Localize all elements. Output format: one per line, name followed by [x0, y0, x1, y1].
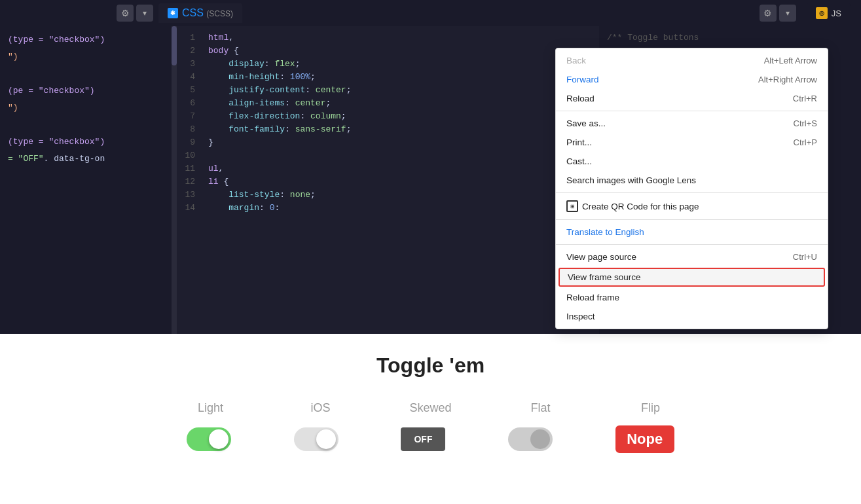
tab-controls-right: ⚙ ▾ [760, 5, 796, 22]
code-line [208, 149, 591, 162]
code-line: ") [8, 99, 169, 117]
menu-separator-1 [556, 111, 828, 111]
js-comment: /** Toggle buttons [607, 33, 699, 43]
menu-item-inspect-label: Inspect [566, 312, 595, 321]
code-line: = "OFF". data-tg-on [8, 151, 169, 168]
menu-item-view-page-source-shortcut: Ctrl+U [793, 252, 817, 262]
menu-item-create-qr[interactable]: ⊞ Create QR Code for this page [556, 196, 828, 217]
toggle-ios-knob [316, 429, 336, 449]
settings-icon-right[interactable]: ⚙ [760, 5, 777, 22]
menu-item-save-as[interactable]: Save as... Ctrl+S [556, 114, 828, 133]
toggle-label-flat: Flat [486, 401, 596, 415]
toggle-flat-knob [530, 429, 550, 449]
toggle-flip-label: Nope [627, 431, 663, 448]
code-line: align-items: center; [208, 97, 591, 110]
code-line: ") [8, 48, 169, 65]
code-content: html, body { display: flex; min-height: … [200, 26, 599, 334]
menu-item-translate[interactable]: Translate to English [556, 223, 828, 242]
code-line: html, [208, 31, 591, 45]
menu-item-reload-shortcut: Ctrl+R [793, 94, 817, 103]
menu-separator-3 [556, 219, 828, 220]
code-line: list-style: none; [208, 189, 591, 202]
code-line: (pe = "checkbox") [8, 82, 169, 99]
menu-item-back-label: Back [566, 56, 586, 65]
scrollbar-thumb[interactable] [172, 26, 177, 65]
menu-item-reload[interactable]: Reload Ctrl+R [556, 89, 828, 108]
code-editor: 12345 678910 11121314 html, body { displ… [177, 26, 599, 334]
menu-item-back[interactable]: Back Alt+Left Arrow [556, 51, 828, 70]
menu-item-print[interactable]: Print... Ctrl+P [556, 133, 828, 152]
js-tab-icon: ◎ [816, 7, 828, 19]
menu-item-search-images[interactable]: Search images with Google Lens [556, 171, 828, 190]
toggle-label-light: Light [156, 401, 266, 415]
menu-item-create-qr-label: Create QR Code for this page [582, 202, 699, 211]
toggle-flip[interactable]: Nope [615, 425, 674, 453]
code-line: justify-content: center; [208, 84, 591, 97]
menu-item-cast[interactable]: Cast... [556, 152, 828, 171]
scrollbar-track [172, 26, 177, 334]
chevron-down-icon[interactable]: ▾ [136, 5, 153, 22]
menu-separator-2 [556, 192, 828, 193]
menu-item-reload-frame-label: Reload frame [566, 293, 619, 302]
menu-separator-4 [556, 244, 828, 245]
tab-css[interactable]: ✱ CSS (SCSS) [158, 3, 242, 23]
code-line: flex-direction: column; [208, 110, 591, 123]
menu-item-forward[interactable]: Forward Alt+Right Arrow [556, 70, 828, 89]
code-line: (type = "checkbox") [8, 31, 169, 48]
page-content: Toggle 'em Light iOS Skewed Flat Flip OF… [0, 334, 861, 504]
code-line: (type = "checkbox") [8, 134, 169, 151]
js-tab-label: JS [832, 9, 841, 18]
code-line: min-height: 100%; [208, 71, 591, 84]
menu-item-forward-shortcut: Alt+Right Arrow [758, 75, 817, 84]
code-line: display: flex; [208, 58, 591, 71]
code-line [8, 65, 169, 82]
toggle-skewed[interactable]: OFF [401, 427, 445, 451]
menu-item-reload-frame[interactable]: Reload frame [556, 288, 828, 307]
menu-item-view-frame-source-label: View frame source [568, 272, 641, 282]
toggles-row: OFF Nope [156, 425, 706, 453]
menu-item-search-images-label: Search images with Google Lens [566, 175, 696, 185]
code-line [8, 117, 169, 134]
page-title: Toggle 'em [376, 353, 485, 378]
code-line: ul, [208, 162, 591, 175]
tab-controls-left: ⚙ ▾ [117, 5, 153, 22]
settings-icon[interactable]: ⚙ [117, 5, 134, 22]
menu-item-back-shortcut: Alt+Left Arrow [764, 56, 817, 65]
editor-tabs: ⚙ ▾ ✱ CSS (SCSS) ⚙ ▾ ◎ JS [0, 0, 861, 26]
menu-item-view-frame-source[interactable]: View frame source [559, 268, 825, 287]
menu-item-translate-label: Translate to English [566, 227, 644, 237]
menu-item-forward-label: Forward [566, 75, 599, 84]
toggle-light-knob [209, 429, 229, 449]
menu-item-print-label: Print... [566, 137, 592, 147]
toggle-skewed-label: OFF [414, 434, 432, 444]
toggle-label-ios: iOS [266, 401, 376, 415]
menu-item-save-as-shortcut: Ctrl+S [794, 118, 817, 128]
chevron-down-icon-right[interactable]: ▾ [779, 5, 796, 22]
context-menu: Back Alt+Left Arrow Forward Alt+Right Ar… [555, 48, 828, 329]
code-line: font-family: sans-serif; [208, 123, 591, 136]
toggle-light[interactable] [187, 427, 231, 451]
toggle-ios[interactable] [294, 427, 339, 451]
css-tab-label: CSS (SCSS) [182, 7, 233, 19]
code-line: body { [208, 45, 591, 58]
css-tab-icon: ✱ [168, 8, 178, 18]
toggle-labels: Light iOS Skewed Flat Flip [156, 401, 706, 415]
left-code-panel: (type = "checkbox") ") (pe = "checkbox")… [0, 26, 177, 334]
toggle-flat[interactable] [508, 427, 553, 451]
menu-item-reload-label: Reload [566, 94, 595, 103]
code-line: } [208, 136, 591, 149]
qr-icon: ⊞ [566, 200, 578, 212]
menu-item-view-page-source[interactable]: View page source Ctrl+U [556, 247, 828, 266]
code-line: margin: 0: [208, 202, 591, 215]
tab-js[interactable]: ◎ JS [807, 3, 851, 23]
menu-item-cast-label: Cast... [566, 156, 592, 166]
menu-item-view-page-source-label: View page source [566, 252, 636, 262]
line-numbers: 12345 678910 11121314 [177, 26, 200, 334]
css-tab-type: (SCSS) [206, 9, 233, 18]
menu-item-save-as-label: Save as... [566, 118, 606, 128]
toggle-label-skewed: Skewed [376, 401, 486, 415]
code-line: li { [208, 175, 591, 189]
menu-item-print-shortcut: Ctrl+P [794, 137, 817, 147]
toggle-label-flip: Flip [596, 401, 706, 415]
menu-item-inspect[interactable]: Inspect [556, 307, 828, 326]
